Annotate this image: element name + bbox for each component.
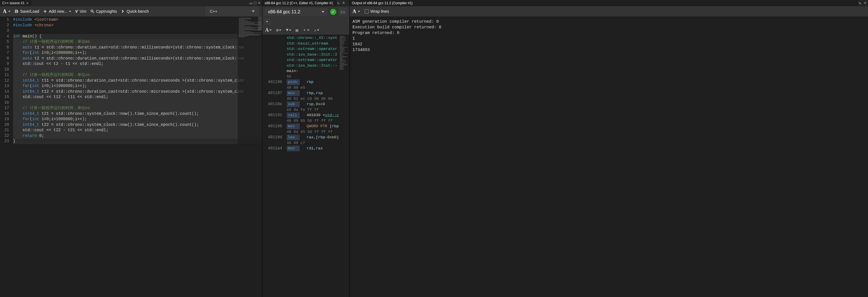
vim-icon: V xyxy=(75,9,78,13)
svg-point-0 xyxy=(91,10,93,12)
source-tab[interactable]: C++ source #1 × xyxy=(0,0,31,6)
pencil-icon[interactable]: ✎ xyxy=(858,1,862,6)
chevron-down-icon xyxy=(317,30,319,31)
chevron-down-icon xyxy=(269,30,272,31)
compiler-options-input[interactable]: Co xyxy=(339,8,347,16)
tools-menu[interactable]: ↗ xyxy=(314,28,319,33)
asm-tab[interactable]: x86-64 gcc 11.2 (C++, Editor #1, Compile… xyxy=(262,0,336,6)
close-icon[interactable]: × xyxy=(258,1,260,6)
output-tab[interactable]: Output of x86-64 gcc 11.2 (Compiler #1) xyxy=(350,0,858,6)
line-gutter: 1234567891011121314151617181920212223 xyxy=(0,16,13,297)
chevron-down-icon xyxy=(8,11,10,12)
bench-icon xyxy=(121,9,125,13)
output-tab-title: Output of x86-64 gcc 11.2 (Compiler #1) xyxy=(352,1,412,5)
source-tab-bar: C++ source #1 × ▭ □ × xyxy=(0,0,262,6)
source-toolbar: A Save/Load Add new... V Vim CppInsights… xyxy=(0,6,262,16)
close-icon[interactable]: × xyxy=(862,1,868,5)
vim-button[interactable]: V Vim xyxy=(75,9,86,13)
asm-editor[interactable]: 40118640118740118a40119140119640119d4011… xyxy=(262,35,349,297)
chevron-down-icon xyxy=(266,21,268,22)
add-new-label: Add new... xyxy=(49,9,67,13)
book-icon: ▤ xyxy=(296,28,298,33)
pencil-icon[interactable]: ✎ xyxy=(336,1,341,6)
checkbox-icon xyxy=(365,9,369,13)
source-code[interactable]: #include <iostream>#include <chrono>int … xyxy=(13,16,262,297)
chevron-down-icon xyxy=(307,30,309,31)
window-icons: ▭ □ × xyxy=(250,1,262,6)
font-icon: A xyxy=(265,27,269,33)
minimap[interactable] xyxy=(238,16,262,297)
asm-compiler-row: x86-64 gcc 11.2 ✓ Co xyxy=(262,6,349,18)
language-select[interactable]: C++ xyxy=(205,6,259,16)
save-load-label: Save/Load xyxy=(20,9,39,13)
gear-icon: ⚙ xyxy=(276,28,278,33)
asm-tab-title: x86-64 gcc 11.2 (C++, Editor #1, Compile… xyxy=(265,1,334,5)
quickbench-label: Quick-bench xyxy=(126,9,149,13)
source-editor[interactable]: 1234567891011121314151617181920212223 #i… xyxy=(0,16,262,297)
output-body: ASM generation compiler returned: 0 Exec… xyxy=(350,16,868,297)
asm-tab-bar: x86-64 gcc 11.2 (C++, Editor #1, Compile… xyxy=(262,0,349,6)
save-load-button[interactable]: Save/Load xyxy=(14,9,39,13)
add-new-button[interactable]: Add new... xyxy=(43,9,71,13)
font-icon: A xyxy=(352,8,356,14)
output-toolbar: A Wrap lines xyxy=(350,6,868,16)
insights-icon xyxy=(90,9,94,13)
wrap-lines-label: Wrap lines xyxy=(370,9,389,13)
compile-status-ok: ✓ xyxy=(330,9,336,15)
font-menu[interactable]: A xyxy=(3,8,10,14)
window-restore-icon[interactable]: ▭ xyxy=(250,1,252,6)
output-tab-bar: Output of x86-64 gcc 11.2 (Compiler #1) … xyxy=(350,0,868,6)
filter-icon: ▼ xyxy=(286,28,288,32)
source-pane: C++ source #1 × ▭ □ × A Save/Load Add ne… xyxy=(0,0,262,297)
chevron-down-icon xyxy=(358,11,360,12)
assembly-pane: x86-64 gcc 11.2 (C++, Editor #1, Compile… xyxy=(262,0,349,297)
minimap[interactable] xyxy=(339,35,349,297)
wrap-lines-toggle[interactable]: Wrap lines xyxy=(365,9,389,13)
asm-subrow xyxy=(262,18,349,26)
save-icon xyxy=(14,9,19,13)
chevron-down-icon xyxy=(69,11,71,12)
font-menu[interactable]: A xyxy=(352,8,360,14)
language-value: C++ xyxy=(210,9,217,13)
add-menu[interactable]: ＋ xyxy=(303,28,309,33)
filter-menu[interactable]: ▼ xyxy=(286,28,291,32)
scrollbar-thumb[interactable] xyxy=(258,16,262,31)
source-tab-title: C++ source #1 xyxy=(2,1,25,5)
font-menu[interactable]: A xyxy=(265,27,272,33)
libraries-button[interactable]: ▤ xyxy=(296,28,298,33)
chevron-down-icon xyxy=(289,30,291,31)
asm-toolbar: A ⚙ ▼ ▤ ＋ ↗ xyxy=(262,26,349,35)
wrench-icon: ↗ xyxy=(314,28,316,33)
compiler-value: x86-64 gcc 11.2 xyxy=(268,9,300,14)
dropdown-toggle[interactable] xyxy=(265,19,270,24)
font-icon: A xyxy=(3,8,6,14)
cppinsights-label: CppInsights xyxy=(96,9,117,13)
close-icon[interactable]: × xyxy=(341,1,346,5)
window-maximize-icon[interactable]: □ xyxy=(254,1,256,6)
settings-menu[interactable]: ⚙ xyxy=(276,28,281,33)
chevron-down-icon xyxy=(321,11,324,13)
compiler-select[interactable]: x86-64 gcc 11.2 xyxy=(265,8,328,16)
output-pane: Output of x86-64 gcc 11.2 (Compiler #1) … xyxy=(349,0,868,297)
chevron-down-icon xyxy=(252,10,255,12)
vim-label: Vim xyxy=(80,9,87,13)
chevron-down-icon xyxy=(279,30,281,31)
cppinsights-button[interactable]: CppInsights xyxy=(90,9,117,13)
quickbench-button[interactable]: Quick-bench xyxy=(121,9,149,13)
plus-icon xyxy=(43,9,47,13)
close-icon[interactable]: × xyxy=(26,1,29,5)
plus-icon: ＋ xyxy=(303,28,307,33)
asm-address-gutter: 40118640118740118a40119140119640119d4011… xyxy=(262,35,285,151)
